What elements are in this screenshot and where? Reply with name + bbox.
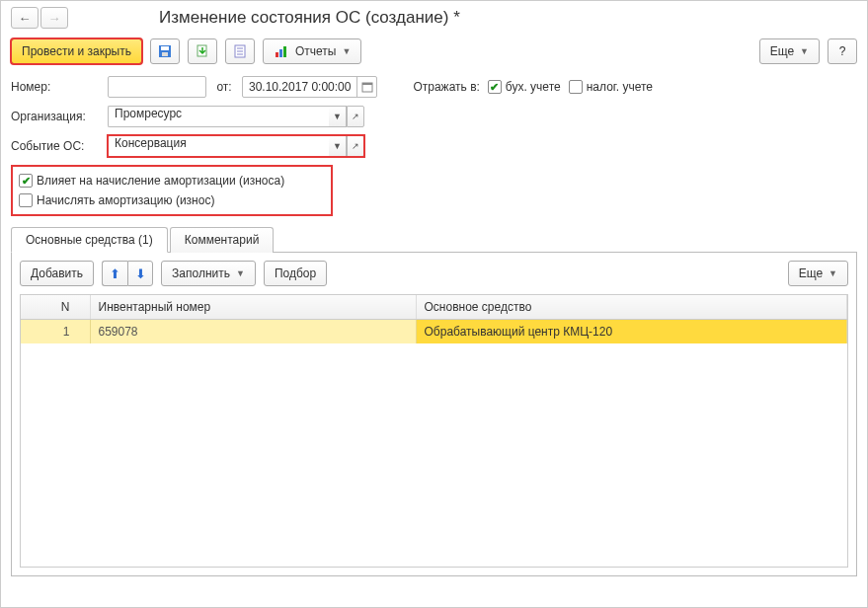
more-label: Еще <box>770 44 794 58</box>
tab-assets-label: Основные средства (1) <box>26 233 153 247</box>
calc-amort-label: Начислять амортизацию (износ) <box>37 193 214 207</box>
assets-table: N Инвентарный номер Основное средство 1 … <box>21 295 847 343</box>
chevron-down-icon: ▼ <box>829 268 837 278</box>
chevron-down-icon: ▼ <box>342 46 351 56</box>
add-button[interactable]: Добавить <box>20 261 94 286</box>
tab-more-button[interactable]: Еще ▼ <box>788 261 848 286</box>
cell-n: 1 <box>21 320 90 344</box>
organization-label: Организация: <box>11 110 100 123</box>
chevron-down-icon: ▼ <box>236 268 245 278</box>
number-label: Номер: <box>11 80 100 94</box>
post-button[interactable] <box>188 38 217 64</box>
svg-rect-8 <box>276 52 278 57</box>
book-accounting-label: бух. учете <box>506 80 561 94</box>
window-root: ← → Изменение состояния ОС (создание) * … <box>0 0 868 608</box>
document-button[interactable] <box>225 38 255 64</box>
row-number-date: Номер: от: 30.10.2017 0:00:00 Отражать в… <box>11 76 857 98</box>
forward-button[interactable]: → <box>40 7 68 29</box>
calc-amortization-check[interactable]: Начислять амортизацию (износ) <box>19 190 214 210</box>
col-n-header[interactable]: N <box>21 295 90 320</box>
tab-toolbar: Добавить ⬆ ⬇ Заполнить ▼ Подбор Еще ▼ <box>20 261 848 286</box>
back-button[interactable]: ← <box>11 7 39 29</box>
reports-label: Отчеты <box>295 44 336 58</box>
chevron-down-icon: ▼ <box>800 46 809 56</box>
svg-rect-1 <box>161 46 169 50</box>
checkbox-icon <box>19 193 33 207</box>
post-and-close-button[interactable]: Провести и закрыть <box>11 38 142 64</box>
svg-rect-10 <box>283 46 286 57</box>
calendar-button[interactable] <box>356 77 376 97</box>
help-label: ? <box>839 44 846 58</box>
date-field[interactable]: 30.10.2017 0:00:00 <box>242 76 377 98</box>
pick-button[interactable]: Подбор <box>264 261 327 286</box>
event-label: Событие ОС: <box>11 139 100 153</box>
tax-accounting-label: налог. учете <box>587 80 653 94</box>
fill-label: Заполнить <box>172 266 230 280</box>
number-input[interactable] <box>108 76 206 98</box>
checkbox-icon <box>569 80 583 94</box>
reflect-in-label: Отражать в: <box>413 80 479 94</box>
pick-label: Подбор <box>275 266 316 280</box>
document-icon <box>232 43 248 59</box>
assets-table-wrap: N Инвентарный номер Основное средство 1 … <box>20 294 848 568</box>
svg-rect-2 <box>162 52 168 56</box>
affects-amort-label: Влияет на начисление амортизации (износа… <box>37 174 284 188</box>
col-asset-header[interactable]: Основное средство <box>416 295 847 320</box>
reports-button[interactable]: Отчеты ▼ <box>263 38 361 64</box>
more-button[interactable]: Еще ▼ <box>759 38 820 64</box>
tabs: Основные средства (1) Комментарий <box>11 226 857 253</box>
book-accounting-check[interactable]: бух. учете <box>488 80 561 94</box>
calendar-icon <box>361 81 373 93</box>
help-button[interactable]: ? <box>828 38 857 64</box>
tab-assets[interactable]: Основные средства (1) <box>11 227 168 253</box>
dropdown-button[interactable]: ▼ <box>329 106 347 127</box>
move-up-button[interactable]: ⬆ <box>102 261 127 286</box>
cell-inv: 659078 <box>90 320 416 344</box>
add-label: Добавить <box>31 266 83 280</box>
tax-accounting-check[interactable]: налог. учете <box>569 80 653 94</box>
checkbox-icon-checked <box>488 80 502 94</box>
col-inv-header[interactable]: Инвентарный номер <box>90 295 416 320</box>
main-toolbar: Провести и закрыть Отчеты ▼ Еще ▼ ? <box>11 38 857 64</box>
row-event: Событие ОС: Консервация ▼ ↗ <box>11 135 857 157</box>
cell-asset: Обрабатывающий центр КМЦ-120 <box>416 320 847 344</box>
arrow-down-icon: ⬇ <box>135 266 146 281</box>
event-select[interactable]: Консервация ▼ ↗ <box>108 135 364 157</box>
amortization-box: Влияет на начисление амортизации (износа… <box>11 165 333 216</box>
tab-comment[interactable]: Комментарий <box>170 227 275 253</box>
post-and-close-label: Провести и закрыть <box>22 44 131 58</box>
checkbox-icon-checked <box>19 174 33 188</box>
nav-row: ← → Изменение состояния ОС (создание) * <box>11 7 857 29</box>
save-icon <box>157 43 173 59</box>
page-title: Изменение состояния ОС (создание) * <box>159 8 460 28</box>
organization-select[interactable]: Промресурс ▼ ↗ <box>108 106 364 127</box>
open-ref-button[interactable]: ↗ <box>347 106 364 127</box>
date-value: 30.10.2017 0:00:00 <box>243 80 356 94</box>
tab-body: Добавить ⬆ ⬇ Заполнить ▼ Подбор Еще ▼ <box>11 253 857 576</box>
dropdown-button[interactable]: ▼ <box>329 135 347 157</box>
tab-more-label: Еще <box>799 266 823 280</box>
organization-value: Промресурс <box>108 106 329 127</box>
tab-comment-label: Комментарий <box>185 233 260 247</box>
move-down-button[interactable]: ⬇ <box>127 261 153 286</box>
event-value: Консервация <box>108 135 329 157</box>
table-row[interactable]: 1 659078 Обрабатывающий центр КМЦ-120 <box>21 320 847 344</box>
fill-button[interactable]: Заполнить ▼ <box>161 261 256 286</box>
save-button[interactable] <box>150 38 180 64</box>
arrow-up-icon: ⬆ <box>110 266 120 281</box>
affects-amortization-check[interactable]: Влияет на начисление амортизации (износа… <box>19 171 284 190</box>
svg-rect-12 <box>362 83 372 85</box>
open-ref-button[interactable]: ↗ <box>347 135 364 157</box>
chart-icon <box>274 43 289 59</box>
post-icon <box>195 43 210 59</box>
svg-rect-9 <box>279 49 282 57</box>
row-organization: Организация: Промресурс ▼ ↗ <box>11 106 857 127</box>
from-label: от: <box>214 80 234 94</box>
